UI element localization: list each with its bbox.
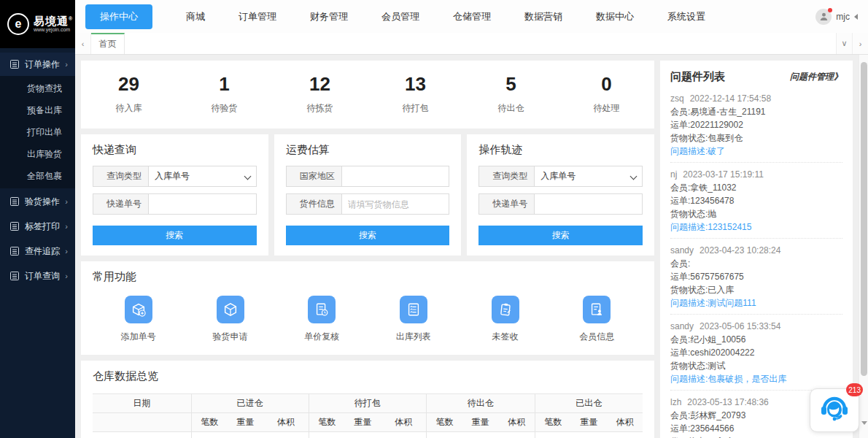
sidebar-subitem-all-packages[interactable]: 全部包裹 <box>0 165 75 187</box>
chevron-right-icon: › <box>65 272 68 280</box>
brand-logo[interactable]: e 易境通® www.yejoin.com <box>0 0 75 48</box>
select-value: 入库单号 <box>540 170 576 182</box>
track-search-button[interactable]: 搜索 <box>478 226 643 245</box>
problem-user: zsq <box>670 93 684 104</box>
problem-item[interactable]: nj2023-03-17 15:19:11 会员:拿铁_11032 运单:123… <box>670 163 842 239</box>
problem-desc-link[interactable]: 问题描述:破了 <box>670 145 842 157</box>
func-unit-price-review[interactable]: 单价复核 <box>276 296 368 343</box>
func-add-tracking-number[interactable]: 添加单号 <box>93 296 185 343</box>
problem-item[interactable]: sandy2023-05-06 15:33:54 会员:纪小姐_10056 运单… <box>670 315 842 391</box>
express-query-panel: 快递查询 查询类型 入库单号 快递单号 搜索 <box>81 134 268 256</box>
stat-value: 5 <box>463 73 559 96</box>
func-outbound-list[interactable]: 出库列表 <box>368 296 460 343</box>
sidebar-submenu: 货物查找 预备出库 打印出单 出库验货 全部包裹 <box>0 76 75 188</box>
func-not-signed[interactable]: 未签收 <box>460 296 551 343</box>
freight-search-button[interactable]: 搜索 <box>286 226 450 245</box>
sidebar-subitem-prep-outbound[interactable]: 预备出库 <box>0 99 75 121</box>
problem-desc-link[interactable]: 问题描述:测试问题111 <box>670 297 842 309</box>
nav-operation-center[interactable]: 操作中心 <box>85 4 152 29</box>
select-value: 入库单号 <box>155 170 190 182</box>
sidebar-item-label: 标签打印 <box>25 220 60 233</box>
nav-data-marketing[interactable]: 数据营销 <box>524 10 562 23</box>
problem-user: nj <box>670 169 677 180</box>
tab-home[interactable]: 首页 <box>91 33 125 54</box>
problem-desc-link[interactable]: 问题描述:包裹破损，是否出库 <box>670 373 842 385</box>
section-title: 常用功能 <box>93 270 643 284</box>
problem-waybill: 运单:123456478 <box>670 195 842 207</box>
collapse-caret-icon[interactable] <box>854 14 858 20</box>
nav-member-management[interactable]: 会员管理 <box>381 10 419 23</box>
col-subheader: 笔数 <box>191 413 228 432</box>
nav-finance-management[interactable]: 财务管理 <box>310 10 348 23</box>
sidebar-item-parcel-tracking[interactable]: 查件追踪 › <box>0 239 75 263</box>
problem-item[interactable]: zsq2022-12-14 17:54:58 会员:易境通-古生_21191 运… <box>670 87 842 163</box>
user-avatar-icon <box>815 9 832 25</box>
country-region-input[interactable] <box>348 172 443 182</box>
track-express-number-input[interactable] <box>540 199 636 210</box>
stat-pending-inbound: 29 待入库 <box>81 73 177 115</box>
problem-item[interactable]: sandy2023-04-23 10:28:24 会员: 运单:56757567… <box>670 239 842 315</box>
section-title: 仓库数据总览 <box>93 369 643 383</box>
sidebar-subitem-print-order[interactable]: 打印出单 <box>0 121 75 143</box>
cell-value: 0.000 <box>381 432 426 438</box>
query-type-select[interactable]: 入库单号 <box>535 166 642 186</box>
tab-collapse-button[interactable]: ∨ <box>836 33 852 54</box>
table-row: 2023-10-30 2 0.00 0.000 2 0.00 0.000 0 0… <box>93 432 643 438</box>
problem-manage-link[interactable]: 问题件管理》 <box>790 71 842 83</box>
warehouse-overview-card: 仓库数据总览 日期 已进仓 待打包 待出仓 已出仓 <box>81 361 654 438</box>
cell-value: 0 <box>426 432 462 438</box>
tab-scroll-right-button[interactable]: › <box>852 33 868 54</box>
operation-track-panel: 操作轨迹 查询类型 入库单号 快递单号 搜索 <box>467 134 654 256</box>
express-number-input[interactable] <box>155 199 250 210</box>
stat-pending-inspection: 1 待验货 <box>177 73 272 115</box>
express-search-button[interactable]: 搜索 <box>93 226 257 245</box>
sidebar-subitem-outbound-check[interactable]: 出库验货 <box>0 143 75 165</box>
panel-title: 运费估算 <box>286 143 450 157</box>
func-inspection-request[interactable]: 验货申请 <box>185 296 276 343</box>
col-subheader: 重量 <box>228 413 263 432</box>
content-area: 29 待入库 1 待验货 12 待拣货 13 待打包 <box>75 55 868 438</box>
table-sub-header-row: 笔数 重量 体积 笔数 重量 体积 笔数 重量 体积 笔数 重量 <box>93 413 643 432</box>
scrollbar-thumb[interactable] <box>861 62 867 376</box>
nav-mall[interactable]: 商城 <box>186 10 205 23</box>
common-functions-card: 常用功能 添加单号 验货申请 <box>81 261 654 355</box>
func-label: 出库列表 <box>396 331 431 343</box>
sidebar-item-inspection-ops[interactable]: 验货操作 › <box>0 190 75 213</box>
sidebar-item-label: 订单查询 <box>25 270 60 283</box>
col-header-pending-pack: 待打包 <box>309 394 426 413</box>
sidebar-item-label-print[interactable]: 标签打印 › <box>0 215 75 238</box>
sidebar-item-order-ops[interactable]: 订单操作 › <box>0 53 75 76</box>
cell-date: 2023-10-30 <box>93 432 191 438</box>
chevron-down-icon <box>244 174 250 180</box>
sidebar: e 易境通® www.yejoin.com 订单操作 › 货物查找 预备出库 打… <box>0 0 75 438</box>
chat-unread-badge: 213 <box>846 383 863 396</box>
cell-value: 0 <box>535 432 571 438</box>
func-member-info[interactable]: 会员信息 <box>551 296 643 343</box>
scrollbar-down-arrow-icon[interactable] <box>861 421 867 425</box>
problem-user: sandy <box>670 321 694 331</box>
customer-service-widget[interactable]: 213 <box>810 388 859 432</box>
problem-status: 货物状态:测试 <box>670 360 842 372</box>
vertical-scrollbar[interactable] <box>859 55 868 438</box>
field-label: 查询类型 <box>93 166 149 186</box>
nav-data-center[interactable]: 数据中心 <box>596 10 634 23</box>
nav-warehouse-management[interactable]: 仓储管理 <box>453 10 491 23</box>
shipment-info-input[interactable] <box>348 199 443 210</box>
user-menu[interactable]: mjc <box>815 9 858 25</box>
app-window: e 易境通® www.yejoin.com 订单操作 › 货物查找 预备出库 打… <box>0 0 868 438</box>
menu-list-icon <box>10 222 19 231</box>
problem-desc-link[interactable]: 问题描述:123152415 <box>670 221 842 233</box>
field-label: 快递单号 <box>93 194 149 214</box>
cell-value: 0.00 <box>228 432 263 438</box>
nav-system-settings[interactable]: 系统设置 <box>667 10 705 23</box>
chevron-right-icon: › <box>65 60 68 69</box>
field-label: 货件信息 <box>287 194 342 214</box>
problem-waybill: 运单:56757567675 <box>670 271 842 283</box>
freight-estimate-panel: 运费估算 国家地区 货件信息 搜索 <box>274 134 462 256</box>
sidebar-item-order-query[interactable]: 订单查询 › <box>0 264 75 288</box>
nav-order-management[interactable]: 订单管理 <box>239 10 276 23</box>
problem-time: 2022-12-14 17:54:58 <box>690 93 771 104</box>
tab-scroll-left-button[interactable]: ‹ <box>75 33 91 54</box>
query-type-select[interactable]: 入库单号 <box>149 166 256 186</box>
sidebar-subitem-goods-search[interactable]: 货物查找 <box>0 77 75 99</box>
